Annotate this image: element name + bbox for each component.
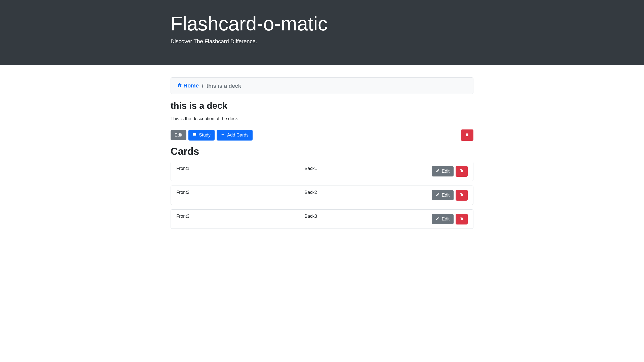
pencil-icon	[436, 216, 440, 222]
deck-description: This is the description of the deck	[171, 116, 473, 121]
edit-card-label: Edit	[442, 193, 450, 198]
add-cards-label: Add Cards	[227, 132, 249, 138]
edit-card-button[interactable]: Edit	[432, 214, 454, 224]
delete-card-button[interactable]	[456, 214, 468, 224]
edit-card-label: Edit	[442, 169, 450, 174]
home-icon	[177, 82, 182, 89]
study-label: Study	[199, 132, 211, 138]
card-back: Back2	[305, 190, 378, 195]
edit-deck-label: Edit	[175, 132, 182, 138]
card-row: Front2Back2 Edit	[171, 186, 473, 205]
card-back: Back3	[305, 214, 378, 219]
app-title: Flashcard-o-matic	[171, 12, 473, 36]
breadcrumb: Home / this is a deck	[171, 77, 473, 94]
trash-icon	[460, 216, 464, 222]
breadcrumb-current: this is a deck	[207, 83, 241, 89]
cards-section-title: Cards	[171, 146, 473, 157]
card-actions: Edit	[377, 166, 468, 177]
breadcrumb-home-label: Home	[183, 82, 199, 89]
card-front: Front1	[176, 166, 305, 171]
app-header: Flashcard-o-matic Discover The Flashcard…	[0, 0, 644, 65]
card-actions: Edit	[377, 214, 468, 224]
card-front: Front2	[176, 190, 305, 195]
deck-title: this is a deck	[171, 101, 473, 111]
card-actions: Edit	[377, 190, 468, 201]
delete-card-button[interactable]	[456, 166, 468, 177]
card-front: Front3	[176, 214, 305, 219]
edit-card-button[interactable]: Edit	[432, 190, 454, 200]
trash-icon	[460, 168, 464, 174]
edit-card-label: Edit	[442, 216, 450, 222]
study-button[interactable]: Study	[188, 130, 215, 141]
delete-card-button[interactable]	[456, 190, 468, 201]
cards-list: Front1Back1 EditFront2Back2 EditFront3Ba…	[171, 162, 473, 229]
pencil-icon	[436, 169, 440, 174]
trash-icon	[460, 192, 464, 198]
card-row: Front1Back1 Edit	[171, 162, 473, 181]
book-icon	[192, 132, 197, 138]
delete-deck-button[interactable]	[461, 129, 473, 141]
trash-icon	[465, 132, 469, 138]
edit-card-button[interactable]: Edit	[432, 166, 454, 176]
card-back: Back1	[305, 166, 378, 171]
breadcrumb-separator: /	[202, 83, 203, 89]
deck-actions: Edit Study Add Cards	[171, 129, 473, 141]
pencil-icon	[436, 193, 440, 198]
edit-deck-button[interactable]: Edit	[171, 130, 186, 140]
card-row: Front3Back3 Edit	[171, 209, 473, 229]
add-cards-button[interactable]: Add Cards	[217, 130, 253, 141]
plus-icon	[221, 132, 225, 138]
breadcrumb-home-link[interactable]: Home	[177, 82, 199, 89]
app-subtitle: Discover The Flashcard Difference.	[171, 38, 473, 45]
